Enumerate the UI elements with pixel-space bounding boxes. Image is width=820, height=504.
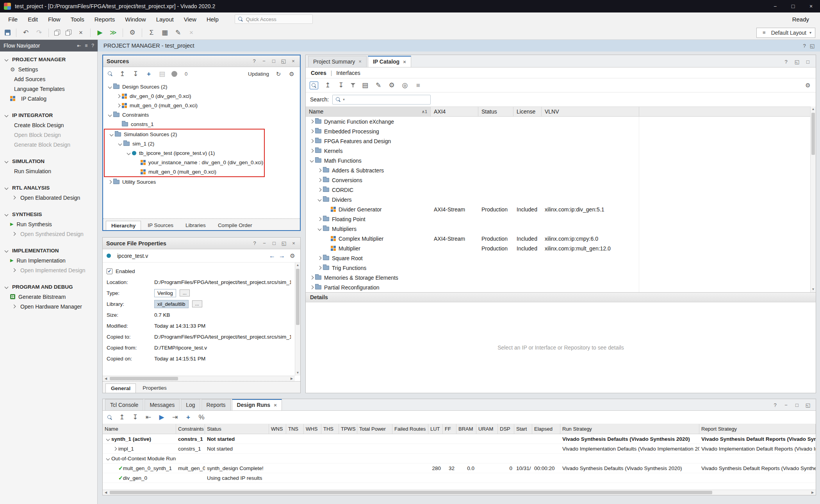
flow-section-header-rtl-analysis[interactable]: RTL ANALYSIS — [0, 183, 97, 193]
minimize-window-button[interactable]: − — [766, 0, 784, 12]
help-icon[interactable]: ? — [803, 43, 806, 49]
create-runs-icon[interactable]: + — [184, 414, 192, 421]
run-row-out-of-context-module-runs[interactable]: Out-of-Context Module Runs — [103, 454, 816, 463]
catalog-settings-icon[interactable]: ⚙ — [804, 82, 812, 88]
chevron-expanded-icon[interactable] — [3, 56, 10, 63]
type-input[interactable]: Verilog — [154, 289, 176, 297]
ip-row-multiplier[interactable]: MultiplierProductionIncludedxilinx.com:i… — [306, 243, 816, 253]
menu-window[interactable]: Window — [120, 12, 151, 26]
column-header-tns[interactable]: TNS — [286, 424, 304, 434]
maximize-icon[interactable]: □ — [805, 59, 811, 65]
help-icon[interactable]: ? — [772, 402, 778, 408]
column-header-lut[interactable]: LUT — [428, 424, 443, 434]
minimize-icon[interactable]: − — [261, 58, 267, 64]
column-header-report-strategy[interactable]: Report Strategy — [699, 424, 816, 434]
flow-item-settings[interactable]: ⚙Settings — [0, 64, 97, 74]
flow-item-run-synthesis[interactable]: ▶Run Synthesis — [0, 219, 97, 229]
delete-icon[interactable]: × — [77, 29, 85, 36]
horizontal-scrollbar[interactable]: ◀ ▶ — [103, 490, 816, 495]
quick-access-search[interactable]: Quick Access — [235, 14, 313, 24]
close-icon[interactable]: × — [291, 240, 297, 246]
source-tree-item-mult-gen-0-mult-gen-0-xci[interactable]: mult_gen_0 (mult_gen_0.xci) — [105, 167, 264, 176]
source-tree-item-design-sources-2[interactable]: Design Sources (2) — [103, 82, 300, 91]
ip-row-floating-point[interactable]: Floating Point — [306, 214, 816, 224]
vertical-scrollbar[interactable]: ▲ ▼ — [810, 106, 816, 292]
menu-icon[interactable]: ≡ — [85, 43, 87, 48]
flow-item-language-templates[interactable]: Language Templates — [0, 84, 97, 94]
flow-section-header-simulation[interactable]: SIMULATION — [0, 156, 97, 166]
close-tab-icon[interactable]: × — [403, 59, 406, 65]
maximize-window-button[interactable]: □ — [784, 0, 802, 12]
expand-all-icon[interactable]: ↧ — [132, 71, 139, 77]
chevron-expanded-icon[interactable] — [3, 112, 10, 119]
flow-section-header-program-and-debug[interactable]: PROGRAM AND DEBUG — [0, 282, 97, 292]
scroll-left-icon[interactable]: ◀ — [103, 377, 109, 380]
compare-icon[interactable]: ▤ — [361, 82, 369, 89]
ip-row-embedded-processing[interactable]: Embedded Processing — [306, 126, 816, 136]
ip-row-math-functions[interactable]: Math Functions — [306, 156, 816, 165]
flow-item-open-elaborated-design[interactable]: Open Elaborated Design — [0, 193, 97, 202]
sources-tab-hierarchy[interactable]: Hierarchy — [106, 221, 141, 230]
chevron-expanded-icon[interactable] — [308, 157, 315, 164]
sources-settings-icon[interactable]: ⚙ — [288, 71, 296, 77]
column-header-status[interactable]: Status — [478, 107, 513, 116]
search-tool[interactable] — [310, 82, 318, 89]
sources-tab-compile-order[interactable]: Compile Order — [212, 220, 258, 230]
chevron-collapsed-icon[interactable] — [10, 303, 17, 310]
column-header-ths[interactable]: THS — [321, 424, 339, 434]
menu-reports[interactable]: Reports — [89, 12, 120, 26]
chevron-collapsed-icon[interactable] — [316, 177, 323, 184]
run-row-impl-1[interactable]: impl_1constrs_1Not startedVivado Impleme… — [103, 444, 816, 454]
properties-settings-icon[interactable]: ⚙ — [289, 253, 296, 259]
sources-tab-libraries[interactable]: Libraries — [180, 220, 211, 230]
paste-icon[interactable] — [66, 30, 71, 35]
scroll-up-icon[interactable]: ▲ — [812, 106, 815, 112]
library-input[interactable]: xil_defaultlib — [154, 300, 189, 308]
maximize-icon[interactable]: □ — [271, 240, 277, 246]
chevron-collapsed-icon[interactable] — [111, 445, 118, 452]
ip-row-fpga-features-and-design[interactable]: FPGA Features and Design — [306, 136, 816, 146]
column-header-name[interactable]: Name∧1 — [306, 107, 431, 116]
source-tree-item-mult-gen-0-mult-gen-0-xci[interactable]: mult_gen_0 (mult_gen_0.xci) — [103, 101, 300, 110]
scroll-right-icon[interactable]: ▶ — [289, 377, 295, 380]
maximize-icon[interactable]: □ — [794, 402, 800, 408]
menu-layout[interactable]: Layout — [151, 12, 179, 26]
ip-row-divider-generator[interactable]: Divider GeneratorAXI4-StreamProductionIn… — [306, 204, 816, 214]
chevron-collapsed-icon[interactable] — [308, 128, 315, 135]
resource-estimates-icon[interactable]: % — [198, 414, 205, 421]
column-header-tpws[interactable]: TPWS — [339, 424, 357, 434]
help-icon[interactable]: ? — [251, 58, 257, 64]
help-icon[interactable]: ? — [783, 59, 789, 65]
horizontal-scrollbar[interactable]: ◀ ▶ — [103, 376, 295, 381]
scroll-up-icon[interactable]: ▲ — [296, 263, 299, 268]
chevron-collapsed-icon[interactable] — [10, 194, 17, 201]
menu-tools[interactable]: Tools — [66, 12, 89, 26]
catalog-search-input[interactable]: ▾ — [332, 95, 431, 105]
dashboard-icon[interactable]: ▦ — [161, 29, 169, 36]
bottom-tab-tcl-console[interactable]: Tcl Console — [105, 399, 143, 410]
chevron-expanded-icon[interactable] — [316, 196, 323, 203]
bottom-tab-reports[interactable]: Reports — [201, 399, 231, 410]
column-header-axi4[interactable]: AXI4 — [431, 107, 478, 116]
chevron-collapsed-icon[interactable] — [308, 274, 315, 281]
taxonomy-icon[interactable] — [350, 83, 356, 88]
chevron-expanded-icon[interactable] — [125, 149, 132, 156]
chevron-collapsed-icon[interactable] — [316, 186, 323, 193]
flow-item-run-simulation[interactable]: Run Simulation — [0, 166, 97, 176]
properties-tab-general[interactable]: General — [105, 383, 136, 393]
float-icon[interactable]: ◱ — [810, 43, 815, 49]
run-row-div-gen-0[interactable]: ✓div_gen_0Using cached IP results — [103, 473, 816, 483]
details-toggle-icon[interactable]: ■ — [414, 82, 422, 89]
ip-row-conversions[interactable]: Conversions — [306, 175, 816, 185]
flow-item-ip-catalog[interactable]: IP Catalog — [0, 94, 97, 103]
edit-icon[interactable]: ✎ — [174, 29, 182, 36]
ip-row-dynamic-function-exchange[interactable]: Dynamic Function eXchange — [306, 117, 816, 126]
search-icon[interactable] — [107, 71, 113, 76]
flow-item-open-hardware-manager[interactable]: Open Hardware Manager — [0, 302, 97, 311]
flow-item-create-block-design[interactable]: Create Block Design — [0, 120, 97, 130]
chevron-collapsed-icon[interactable] — [10, 267, 17, 274]
flow-section-header-implementation[interactable]: IMPLEMENTATION — [0, 246, 97, 256]
close-window-button[interactable]: × — [802, 0, 820, 12]
column-header-elapsed[interactable]: Elapsed — [532, 424, 560, 434]
ip-row-trig-functions[interactable]: Trig Functions — [306, 263, 816, 273]
